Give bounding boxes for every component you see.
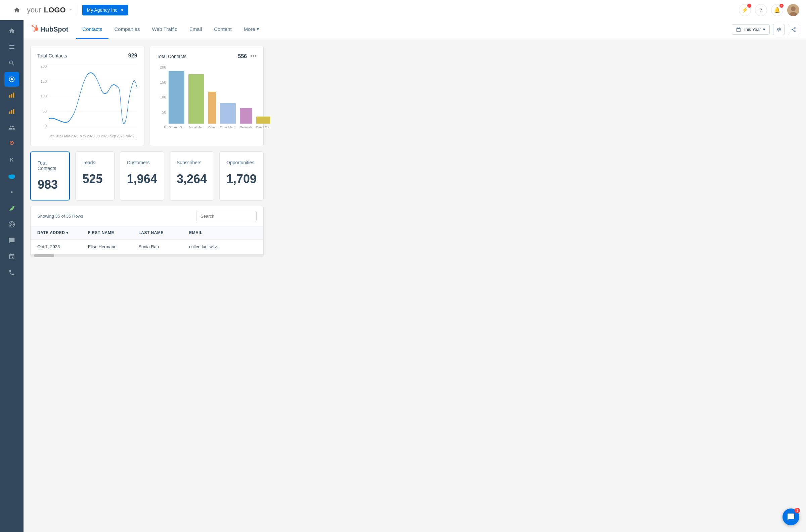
- subnav: HubSpot Contacts Companies Web Traffic E…: [23, 20, 806, 39]
- subnav-web-traffic[interactable]: Web Traffic: [146, 20, 183, 39]
- topbar-divider: [77, 5, 77, 15]
- logo-bold: LOGO: [44, 6, 66, 15]
- bar-other-fill: [208, 92, 216, 124]
- question-icon: ?: [760, 7, 763, 13]
- sidebar-item-grow[interactable]: [4, 201, 19, 216]
- line-chart-container: 200 150 100 50 0: [37, 64, 137, 138]
- line-chart-x-labels: Jan 2023 Mar 2023 May 2023 Jul 2023 Sep …: [49, 134, 137, 138]
- table-row[interactable]: Oct 7, 2023 Elise Hermann Sonia Rau cull…: [31, 240, 263, 254]
- table-search-input[interactable]: [196, 211, 256, 221]
- bar-referrals: Referrals: [240, 65, 252, 129]
- cell-last-name: Sonia Rau: [138, 244, 189, 249]
- lightning-button[interactable]: ⚡: [739, 4, 751, 16]
- date-range-chevron: ▾: [763, 27, 765, 32]
- sidebar-item-contacts[interactable]: [4, 120, 19, 135]
- sidebar-item-phone[interactable]: [4, 265, 19, 280]
- stat-subscribers-label: Subscribers: [177, 160, 207, 165]
- notifications-button[interactable]: 🔔 1: [771, 4, 783, 16]
- subnav-email[interactable]: Email: [184, 20, 208, 39]
- bar-social: Social Me...: [188, 65, 204, 129]
- svg-point-13: [12, 174, 15, 177]
- topbar: yourLOGO™ My Agency Inc. ▾ ⚡ ? 🔔 1: [0, 0, 806, 20]
- sidebar-item-chat[interactable]: [4, 233, 19, 248]
- sidebar: K: [0, 20, 23, 532]
- stat-opportunities[interactable]: Opportunities 1,709: [219, 151, 264, 201]
- col-date-added[interactable]: DATE ADDED ▾: [37, 230, 88, 235]
- share-button[interactable]: [788, 24, 799, 35]
- bar-chart-dots-button[interactable]: •••: [250, 53, 256, 60]
- bar-email: Email Mar...: [220, 65, 236, 129]
- stat-customers-value: 1,964: [127, 172, 157, 186]
- svg-rect-8: [11, 110, 12, 114]
- sidebar-item-reports2[interactable]: [4, 104, 19, 119]
- logo: yourLOGO™: [27, 6, 72, 15]
- bar-organic: Organic S...: [169, 65, 185, 129]
- col-email: EMAIL: [189, 230, 256, 235]
- stat-total-contacts[interactable]: Total Contacts 983: [30, 151, 70, 201]
- sidebar-item-dashboard[interactable]: [4, 72, 19, 87]
- table-showing-text: Showing 35 of 35 Rows: [37, 214, 83, 218]
- lightning-icon: ⚡: [742, 7, 748, 13]
- stat-total-contacts-value: 983: [38, 178, 62, 192]
- stat-subscribers[interactable]: Subscribers 3,264: [170, 151, 214, 201]
- stat-total-contacts-label: Total Contacts: [38, 160, 62, 171]
- bar-social-fill: [188, 74, 204, 124]
- bar-direct-fill: [256, 116, 270, 124]
- stat-customers[interactable]: Customers 1,964: [120, 151, 164, 201]
- chat-badge: 1: [794, 508, 800, 513]
- svg-point-3: [11, 78, 13, 81]
- logo-tm: ™: [69, 8, 72, 12]
- main-content: Total Contacts 929 200 150 100 50 0: [23, 39, 270, 532]
- chat-widget[interactable]: 1: [783, 509, 799, 525]
- sidebar-item-menu[interactable]: [4, 40, 19, 54]
- svg-rect-5: [11, 94, 12, 98]
- lightning-badge: [747, 4, 751, 8]
- help-button[interactable]: ?: [755, 4, 767, 16]
- sidebar-item-hubspot[interactable]: [4, 136, 19, 151]
- date-range-button[interactable]: This Year ▾: [732, 24, 770, 35]
- col-last-name: LAST NAME: [138, 230, 189, 235]
- scroll-bar[interactable]: [31, 254, 263, 257]
- more-chevron-icon: ▾: [256, 26, 259, 32]
- sidebar-item-search[interactable]: [4, 56, 19, 71]
- bar-referrals-fill: [240, 108, 252, 124]
- topbar-right: ⚡ ? 🔔 1: [739, 4, 799, 16]
- subnav-companies[interactable]: Companies: [109, 20, 146, 39]
- agency-selector[interactable]: My Agency Inc. ▾: [82, 5, 128, 16]
- bar-organic-fill: [169, 71, 185, 124]
- bar-email-fill: [220, 103, 236, 124]
- line-chart-area: [49, 64, 137, 128]
- sidebar-item-target[interactable]: [4, 217, 19, 232]
- subnav-content[interactable]: Content: [208, 20, 238, 39]
- scroll-thumb: [34, 254, 54, 257]
- stat-leads-label: Leads: [82, 160, 107, 165]
- sidebar-item-klaviyo[interactable]: K: [4, 152, 19, 167]
- hubspot-text: HubSpot: [40, 25, 68, 33]
- notifications-badge: 1: [780, 4, 784, 8]
- svg-point-12: [8, 175, 12, 177]
- charts-row: Total Contacts 929 200 150 100 50 0: [30, 46, 264, 146]
- stat-opportunities-label: Opportunities: [226, 160, 256, 165]
- subnav-right: This Year ▾: [732, 24, 799, 35]
- sidebar-item-salesforce[interactable]: [4, 169, 19, 183]
- table-columns: DATE ADDED ▾ FIRST NAME LAST NAME EMAIL: [31, 226, 263, 240]
- sidebar-item-home[interactable]: [4, 23, 19, 38]
- home-button[interactable]: [7, 7, 27, 14]
- filter-button[interactable]: [773, 24, 785, 35]
- line-chart-value: 929: [128, 53, 137, 59]
- stat-leads[interactable]: Leads 525: [75, 151, 114, 201]
- contacts-table-card: Showing 35 of 35 Rows DATE ADDED ▾ FIRST…: [30, 206, 264, 257]
- svg-point-1: [791, 6, 795, 11]
- subnav-more[interactable]: More ▾: [238, 20, 265, 39]
- sidebar-item-marketing[interactable]: [4, 185, 19, 200]
- user-avatar[interactable]: [787, 4, 799, 16]
- line-chart-card: Total Contacts 929 200 150 100 50 0: [30, 46, 145, 146]
- stats-row: Total Contacts 983 Leads 525 Customers 1…: [30, 151, 264, 201]
- hubspot-logo: HubSpot: [30, 24, 68, 34]
- stat-customers-label: Customers: [127, 160, 157, 165]
- subnav-contacts[interactable]: Contacts: [76, 20, 108, 39]
- sidebar-item-reports1[interactable]: [4, 88, 19, 103]
- agency-name: My Agency Inc.: [87, 7, 119, 13]
- sidebar-item-pin[interactable]: [4, 249, 19, 264]
- bell-icon: 🔔: [774, 7, 781, 13]
